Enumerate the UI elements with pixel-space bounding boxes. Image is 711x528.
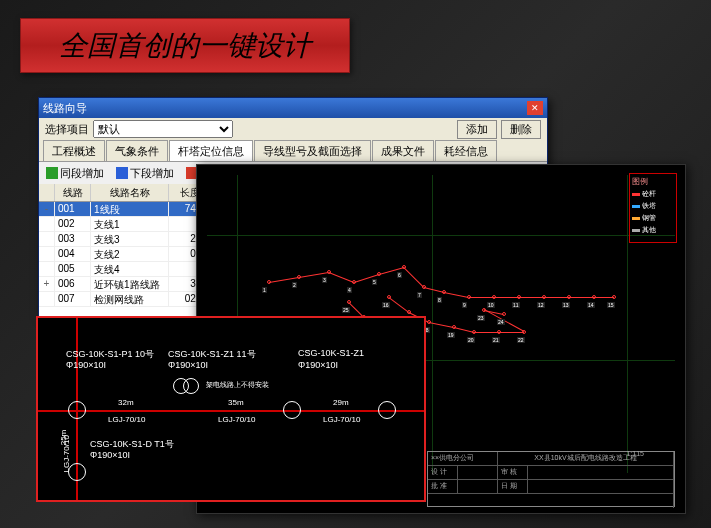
col-code: 线路编号 [55, 184, 91, 201]
project-select-row: 选择项目 默认 添加 删除 [39, 118, 547, 140]
title-block: 1:115 ××供电分公司XX县10kV城后配电线路改造工程 设 计审 核 批 … [427, 451, 675, 507]
tab-tower-pos[interactable]: 杆塔定位信息 [169, 140, 253, 161]
down-plus-icon [116, 167, 128, 179]
route-row[interactable]: 007检测网线路0265 [39, 292, 213, 307]
route-list[interactable]: 线路编号 线路名称 长度(km) -0011线段7468002支线100003支… [39, 184, 214, 316]
select-label: 选择项目 [45, 122, 89, 137]
route-row[interactable]: -0011线段7468 [39, 202, 213, 217]
col-name: 线路名称 [91, 184, 169, 201]
tab-cost[interactable]: 耗经信息 [435, 140, 497, 161]
tab-weather[interactable]: 气象条件 [106, 140, 168, 161]
legend: 图例 砼杆 铁塔 钢管 其他 [629, 173, 677, 243]
add-button[interactable]: 添加 [457, 120, 497, 139]
dialog-title: 线路向导 [43, 101, 87, 116]
tab-overview[interactable]: 工程概述 [43, 140, 105, 161]
dialog-titlebar[interactable]: 线路向导 ✕ [39, 98, 547, 118]
tab-wire-sel[interactable]: 导线型号及截面选择 [254, 140, 371, 161]
route-row[interactable]: 003支线3271 [39, 232, 213, 247]
route-row[interactable]: 005支线40 [39, 262, 213, 277]
route-row[interactable]: 004支线2027 [39, 247, 213, 262]
tab-output[interactable]: 成果文件 [372, 140, 434, 161]
delete-button[interactable]: 删除 [501, 120, 541, 139]
next-add-button[interactable]: 下段增加 [113, 165, 177, 182]
slide-title-text: 全国首创的一键设计 [59, 27, 311, 65]
detail-inset: CSG-10K-S1-P1 10号 Φ190×10I CSG-10K-S1-Z1… [36, 316, 426, 502]
route-row[interactable]: +006近环镇1路线路324 [39, 277, 213, 292]
close-icon[interactable]: ✕ [527, 101, 543, 115]
plus-icon [46, 167, 58, 179]
project-select[interactable]: 默认 [93, 120, 233, 138]
tabs: 工程概述 气象条件 杆塔定位信息 导线型号及截面选择 成果文件 耗经信息 [39, 140, 547, 162]
slide-title: 全国首创的一键设计 [20, 18, 350, 73]
route-row[interactable]: 002支线100 [39, 217, 213, 232]
same-add-button[interactable]: 同段增加 [43, 165, 107, 182]
